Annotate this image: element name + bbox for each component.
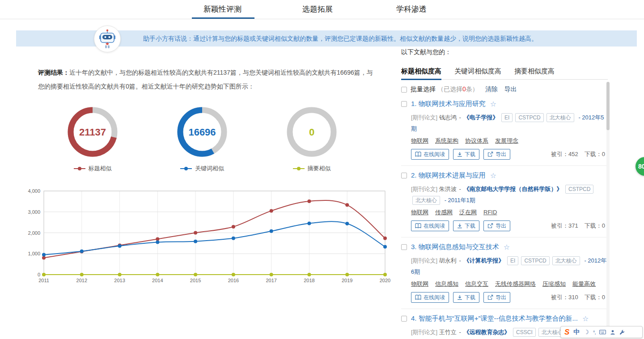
paper-keyword-link[interactable]: 协议体系 bbox=[465, 137, 488, 144]
paper-title-link[interactable]: 3. 物联网信息感知与交互技术 bbox=[411, 243, 499, 251]
meta-separator: - bbox=[459, 114, 461, 121]
similarity-tabs: 标题相似度高 关键词相似度高 摘要相似度高 bbox=[401, 66, 608, 80]
paper-index-tag: 北大核心 bbox=[547, 113, 574, 122]
tab-keyword-similarity[interactable]: 关键词相似度高 bbox=[454, 66, 501, 76]
paper-keyword-link[interactable]: 压缩感知 bbox=[542, 280, 566, 287]
paper-index-tag: CSTPCD bbox=[515, 113, 543, 122]
clear-selection-button[interactable]: 清除 bbox=[485, 85, 498, 93]
star-icon[interactable]: ☆ bbox=[504, 243, 510, 251]
batch-select-row: 批量选择 （已选择0条） 清除 导出 bbox=[401, 85, 608, 93]
paper-author-link[interactable]: 王竹立 bbox=[439, 329, 457, 335]
cited-count: 被引：371 bbox=[551, 222, 578, 229]
paper-title-link[interactable]: 1. 物联网技术与应用研究 bbox=[411, 100, 486, 108]
svg-text:2020: 2020 bbox=[380, 278, 390, 283]
paper-checkbox[interactable] bbox=[401, 316, 407, 322]
active-similarity-tab-underline bbox=[401, 79, 441, 80]
abstract-similar-donut: 0 摘要相似 bbox=[283, 107, 341, 173]
assistant-message: 助手小方有话说：通过计算与您的标题或关键词相似文献的数量，评测您已定课题的新颖性… bbox=[143, 30, 538, 47]
paper-author-link[interactable]: 胡永利 bbox=[439, 257, 457, 264]
donut-value: 21137 bbox=[79, 127, 106, 138]
paper-checkbox[interactable] bbox=[401, 244, 407, 250]
paper-keyword-link[interactable]: 传感网 bbox=[435, 209, 453, 216]
punctuation-icon[interactable]: °, bbox=[593, 330, 595, 335]
paper-meta: [期刊论文] 钱志鸿 - 《电子学报》 EICSTPCD北大核心 - 2012年… bbox=[411, 112, 608, 134]
svg-text:4,000: 4,000 bbox=[28, 188, 40, 194]
scrollbar-thumb[interactable] bbox=[606, 82, 610, 130]
paper-keyword-link[interactable]: 物联网 bbox=[411, 280, 428, 287]
tab-discipline-penetration[interactable]: 学科渗透 bbox=[396, 4, 427, 15]
svg-text:3,000: 3,000 bbox=[28, 209, 40, 215]
svg-text:2012: 2012 bbox=[76, 278, 87, 283]
panel-header: 以下文献与您的： bbox=[401, 48, 608, 56]
paper-keyword-link[interactable]: 物联网 bbox=[411, 137, 428, 144]
donut-ring: 16696 bbox=[177, 107, 227, 157]
paper-index-tag: CSSCI bbox=[513, 328, 536, 337]
star-icon[interactable]: ☆ bbox=[490, 100, 496, 108]
download-count: 下载：0 bbox=[585, 151, 605, 157]
result-label: 评测结果： bbox=[38, 69, 69, 76]
paper-type: [期刊论文] bbox=[411, 186, 439, 192]
paper-keyword-link[interactable]: RFID bbox=[483, 209, 497, 216]
svg-text:2013: 2013 bbox=[114, 278, 125, 283]
paper-keyword-link[interactable]: 能量高效 bbox=[572, 280, 596, 287]
robot-icon bbox=[98, 29, 116, 49]
paper-journal-link[interactable]: 《南京邮电大学学报（自然科学版）》 bbox=[463, 186, 562, 192]
paper-journal-link[interactable]: 《远程教育杂志》 bbox=[463, 329, 510, 335]
download-button[interactable]: 下载 bbox=[453, 149, 479, 160]
paper-journal-link[interactable]: 《电子学报》 bbox=[463, 114, 498, 121]
sogou-logo[interactable]: S bbox=[564, 328, 569, 337]
paper-keyword-link[interactable]: 系统架构 bbox=[435, 137, 458, 144]
similar-papers-panel: 以下文献与您的： 标题相似度高 关键词相似度高 摘要相似度高 批量选择 （已选择… bbox=[401, 48, 608, 339]
chinese-mode-icon[interactable]: 中 bbox=[573, 328, 580, 336]
paper-title-link[interactable]: 2. 物联网技术进展与应用 bbox=[411, 171, 486, 180]
panel-scrollbar[interactable] bbox=[606, 82, 610, 331]
moon-icon[interactable]: ☽ bbox=[584, 329, 589, 335]
title-similar-donut: 21137 标题相似 bbox=[64, 107, 122, 173]
export-paper-button[interactable]: 导出 bbox=[483, 149, 510, 160]
svg-text:2015: 2015 bbox=[190, 278, 201, 283]
batch-select-checkbox[interactable] bbox=[401, 87, 407, 93]
export-selection-button[interactable]: 导出 bbox=[504, 85, 517, 93]
paper-title-link[interactable]: 4. 智能手机与“互联网+”课堂--信息技术与教学整合的新... bbox=[411, 314, 578, 323]
read-online-button[interactable]: 在线阅读 bbox=[411, 149, 449, 160]
paper-keyword-link[interactable]: 无线传感器网络 bbox=[495, 280, 536, 287]
paper-keyword-link[interactable]: 信息感知 bbox=[435, 280, 458, 287]
export-paper-button[interactable]: 导出 bbox=[483, 220, 510, 231]
paper-author-link[interactable]: 钱志鸿 bbox=[439, 114, 457, 121]
paper-author-link[interactable]: 朱洪波 bbox=[439, 186, 457, 192]
keyboard-icon[interactable] bbox=[599, 330, 606, 335]
star-icon[interactable]: ☆ bbox=[490, 171, 496, 180]
svg-text:0: 0 bbox=[38, 272, 40, 277]
paper-checkbox[interactable] bbox=[401, 173, 407, 178]
read-online-button[interactable]: 在线阅读 bbox=[411, 220, 449, 231]
donut-value: 0 bbox=[309, 127, 314, 138]
svg-text:2018: 2018 bbox=[304, 278, 314, 283]
read-online-button[interactable]: 在线阅读 bbox=[411, 292, 449, 303]
paper-keyword-link[interactable]: 物联网 bbox=[411, 209, 428, 216]
tab-abstract-similarity[interactable]: 摘要相似度高 bbox=[514, 66, 555, 76]
paper-index-tag: 北大核心 bbox=[412, 196, 440, 205]
donut-legend: 摘要相似 bbox=[283, 165, 341, 173]
export-paper-button[interactable]: 导出 bbox=[483, 292, 510, 303]
download-count: 下载：0 bbox=[585, 222, 605, 229]
paper-keyword-link[interactable]: 发展理念 bbox=[495, 137, 518, 144]
paper-journal-link[interactable]: 《计算机学报》 bbox=[463, 257, 504, 264]
paper-issue: - 2011年1期 bbox=[445, 197, 475, 203]
paper-index-tag: EI bbox=[501, 113, 513, 122]
download-button[interactable]: 下载 bbox=[453, 220, 479, 231]
floating-badge[interactable]: 80 bbox=[636, 157, 644, 176]
tab-topic-expansion[interactable]: 选题拓展 bbox=[302, 4, 333, 15]
tab-title-similarity[interactable]: 标题相似度高 bbox=[401, 66, 441, 76]
paper-meta: [期刊论文] 朱洪波 - 《南京邮电大学学报（自然科学版）》 CSTPCD北大核… bbox=[411, 183, 608, 206]
download-button[interactable]: 下载 bbox=[453, 292, 479, 303]
paper-list: 1. 物联网技术与应用研究 ☆ [期刊论文] 钱志鸿 - 《电子学报》 EICS… bbox=[401, 94, 608, 339]
wrench-icon[interactable] bbox=[619, 330, 625, 335]
paper-keyword-link[interactable]: 信息交互 bbox=[465, 280, 488, 287]
paper-checkbox[interactable] bbox=[401, 101, 407, 107]
star-icon[interactable]: ☆ bbox=[582, 314, 589, 323]
meta-separator: - bbox=[459, 257, 461, 264]
user-icon[interactable] bbox=[610, 330, 615, 335]
paper-keyword-link[interactable]: 泛在网 bbox=[459, 209, 477, 216]
tab-novelty-evaluation[interactable]: 新颖性评测 bbox=[203, 4, 242, 15]
paper-actions: 在线阅读下载导出 被引：452下载：0 bbox=[411, 149, 605, 160]
